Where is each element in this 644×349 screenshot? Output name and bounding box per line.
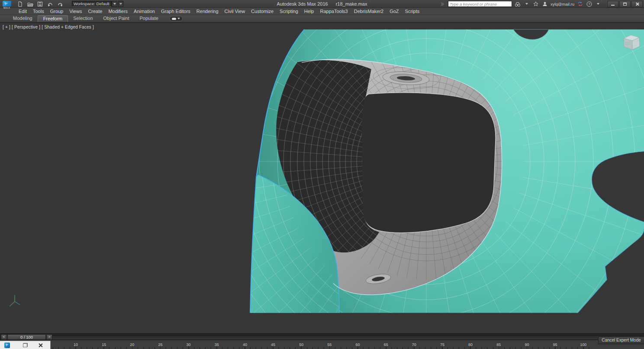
undo-icon[interactable] [46,1,54,7]
menu-item-debrismaker2[interactable]: DebrisMaker2 [351,8,386,15]
ribbon-tab-object-paint[interactable]: Object Paint [98,15,135,22]
redo-icon[interactable] [56,1,64,7]
ribbon-tab-populate[interactable]: Populate [134,15,163,22]
workspace-value[interactable]: Workspace: Default [72,1,112,7]
timeline-tick-mark [104,346,104,349]
cancel-expert-mode-button[interactable]: Cancel Expert Mode [598,336,644,344]
menu-item-create[interactable]: Create [85,8,105,15]
timeline-tick-mark [217,346,217,349]
search-options-caret-icon[interactable] [523,1,530,7]
help-icon[interactable]: ? [586,1,592,7]
timeline-tick-mark [499,346,499,349]
svg-text:?: ? [588,2,590,6]
menu-item-civil-view[interactable]: Civil View [222,8,248,15]
application-menu-button[interactable]: MAX [0,0,14,10]
viewport[interactable]: [ + ] [ Perspective ] [ Shaded + Edged F… [0,23,644,333]
sync-status-icon[interactable] [576,1,583,7]
time-slider-row[interactable]: < 0 / 100 > [0,333,644,340]
menu-item-rendering[interactable]: Rendering [193,8,222,15]
title-bar: Workspace: Default Autodesk 3ds Max 2016… [0,0,644,8]
max-mini-logo-icon [4,343,10,348]
open-file-icon[interactable] [26,1,34,7]
titlebar-right-cluster: xylq@mail.ru ? [439,0,644,8]
quick-access-toolbar [16,0,64,7]
timeline-tick-mark [386,346,386,349]
timeline-tick-mark [245,346,245,349]
window-controls [607,1,643,7]
menu-item-tools[interactable]: Tools [30,8,47,15]
timeline-tick-mark [160,346,161,349]
menu-item-animation[interactable]: Animation [131,8,158,15]
timeline-tick-mark [273,346,274,349]
close-floater-icon[interactable] [38,343,43,348]
help-caret-icon[interactable] [595,1,602,7]
workspace-selector[interactable]: Workspace: Default [72,1,123,7]
menu-item-help[interactable]: Help [301,8,317,15]
collapse-chevron-icon[interactable] [439,1,446,7]
save-icon[interactable] [36,1,44,7]
timeline-tick-mark [414,346,415,349]
timeline-tick-mark [527,346,527,349]
timeline-tick-mark [132,346,132,349]
timeline-tick-mark [329,346,330,349]
ribbon-tab-modeling[interactable]: Modeling [8,15,38,22]
time-slider-handle[interactable]: 0 / 100 [7,334,46,340]
workspace-dropdown-icon[interactable] [112,1,117,7]
search-input[interactable] [448,1,512,7]
menu-item-edit[interactable]: Edit [16,8,30,15]
max-logo-icon [3,1,11,6]
menu-item-scripting[interactable]: Scripting [277,8,301,15]
ribbon-options-button[interactable] [170,16,183,21]
viewcube[interactable] [624,35,640,50]
max-logo-label: MAX [0,6,14,10]
menu-item-goz[interactable]: GoZ [386,8,402,15]
user-icon[interactable] [541,1,548,7]
ribbon-tab-selection[interactable]: Selection [68,15,98,22]
timeline-tick-mark [583,346,584,349]
menu-item-graph-editors[interactable]: Graph Editors [158,8,193,15]
timeline-ruler[interactable]: 0510152025303540455055606570758085909510… [0,340,644,349]
minimize-button[interactable] [607,1,618,7]
timeline-tick-mark [470,346,471,349]
timeline-tick-mark [358,346,358,349]
ribbon-tab-freeform[interactable]: Freeform [38,15,68,22]
menu-item-rappatools3[interactable]: RappaTools3 [317,8,351,15]
previous-frame-button[interactable]: < [1,334,7,340]
menu-item-group[interactable]: Group [47,8,67,15]
workspace-reset-icon[interactable] [118,1,123,7]
timeline-tick-mark [442,346,443,349]
timeline-tick-mark [189,346,189,349]
ribbon-options-icon [172,18,176,20]
timeline-tick-mark [301,346,302,349]
time-slider-track[interactable] [1,336,643,339]
menu-item-modifiers[interactable]: Modifiers [105,8,131,15]
close-button[interactable] [631,1,643,7]
app-title: Autodesk 3ds Max 2016 [277,1,328,6]
file-name: r18_make.max [336,1,367,6]
ribbon-tab-bar: ModelingFreeformSelectionObject PaintPop… [0,15,644,23]
minimized-floater-window [0,341,51,349]
timeline-tick-mark [555,346,556,349]
next-frame-button[interactable]: > [46,334,52,340]
menu-item-scripts[interactable]: Scripts [402,8,423,15]
search-binoculars-icon[interactable] [514,1,521,7]
menu-item-customize[interactable]: Customize [248,8,277,15]
model-opening [361,93,496,233]
viewport-label[interactable]: [ + ] [ Perspective ] [ Shaded + Edged F… [3,25,94,29]
new-scene-icon[interactable] [16,1,24,7]
menu-item-views[interactable]: Views [66,8,85,15]
user-email[interactable]: xylq@mail.ru [551,2,574,6]
favorites-star-icon[interactable] [532,1,539,7]
viewport-canvas[interactable] [0,23,644,334]
window-title: Autodesk 3ds Max 2016 r18_make.max [277,0,367,8]
menu-bar: EditToolsGroupViewsCreateModifiersAnimat… [0,8,644,15]
maximize-button[interactable] [619,1,631,7]
ribbon-options-caret-icon [177,18,180,19]
timeline-minor-ticks [19,347,590,349]
timeline-tick-mark [76,346,76,349]
restore-window-icon[interactable] [23,343,28,347]
